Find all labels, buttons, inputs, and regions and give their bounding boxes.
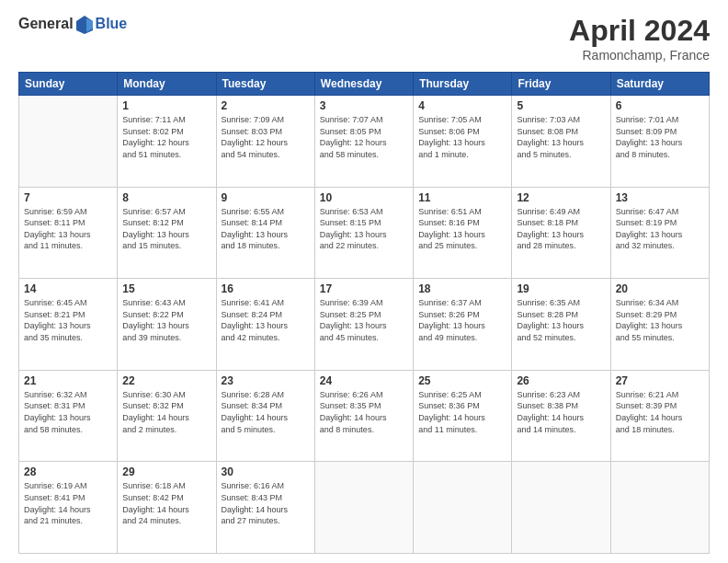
calendar-cell: 14Sunrise: 6:45 AM Sunset: 8:21 PM Dayli… xyxy=(19,279,118,371)
day-number: 6 xyxy=(616,99,704,112)
calendar-cell: 15Sunrise: 6:43 AM Sunset: 8:22 PM Dayli… xyxy=(118,279,216,371)
day-info: Sunrise: 6:47 AM Sunset: 8:19 PM Dayligh… xyxy=(616,206,704,252)
day-info: Sunrise: 7:03 AM Sunset: 8:08 PM Dayligh… xyxy=(517,114,605,160)
day-number: 26 xyxy=(517,374,605,387)
calendar-header-monday: Monday xyxy=(118,73,216,96)
day-info: Sunrise: 6:43 AM Sunset: 8:22 PM Dayligh… xyxy=(122,297,210,343)
calendar-cell xyxy=(314,462,413,554)
day-info: Sunrise: 6:51 AM Sunset: 8:16 PM Dayligh… xyxy=(418,206,506,252)
day-number: 23 xyxy=(222,374,310,387)
day-info: Sunrise: 6:57 AM Sunset: 8:12 PM Dayligh… xyxy=(122,206,210,252)
calendar-cell: 18Sunrise: 6:37 AM Sunset: 8:26 PM Dayli… xyxy=(414,279,512,371)
day-number: 16 xyxy=(222,282,310,295)
day-info: Sunrise: 6:28 AM Sunset: 8:34 PM Dayligh… xyxy=(222,389,310,435)
day-info: Sunrise: 7:01 AM Sunset: 8:09 PM Dayligh… xyxy=(616,114,704,160)
day-number: 15 xyxy=(122,282,210,295)
calendar-cell: 6Sunrise: 7:01 AM Sunset: 8:09 PM Daylig… xyxy=(610,96,709,188)
logo-text: General Blue xyxy=(18,14,127,34)
day-number: 13 xyxy=(616,191,704,204)
day-info: Sunrise: 7:11 AM Sunset: 8:02 PM Dayligh… xyxy=(122,114,210,160)
day-number: 10 xyxy=(320,191,408,204)
day-number: 4 xyxy=(418,99,506,112)
day-info: Sunrise: 6:59 AM Sunset: 8:11 PM Dayligh… xyxy=(24,206,112,252)
day-number: 28 xyxy=(24,465,112,478)
day-number: 21 xyxy=(24,374,112,387)
calendar-cell: 30Sunrise: 6:16 AM Sunset: 8:43 PM Dayli… xyxy=(216,462,314,554)
calendar-cell: 26Sunrise: 6:23 AM Sunset: 8:38 PM Dayli… xyxy=(512,370,610,462)
day-number: 19 xyxy=(517,282,605,295)
day-info: Sunrise: 7:09 AM Sunset: 8:03 PM Dayligh… xyxy=(222,114,310,160)
day-info: Sunrise: 6:25 AM Sunset: 8:36 PM Dayligh… xyxy=(418,389,506,435)
day-number: 22 xyxy=(122,374,210,387)
calendar-header-thursday: Thursday xyxy=(414,73,512,96)
day-info: Sunrise: 7:07 AM Sunset: 8:05 PM Dayligh… xyxy=(320,114,408,160)
calendar-cell xyxy=(19,96,118,188)
day-info: Sunrise: 6:16 AM Sunset: 8:43 PM Dayligh… xyxy=(222,480,310,526)
calendar-cell: 27Sunrise: 6:21 AM Sunset: 8:39 PM Dayli… xyxy=(610,370,709,462)
calendar-header-tuesday: Tuesday xyxy=(216,73,314,96)
calendar-cell: 23Sunrise: 6:28 AM Sunset: 8:34 PM Dayli… xyxy=(216,370,314,462)
day-number: 17 xyxy=(320,282,408,295)
logo-blue: Blue xyxy=(96,16,128,32)
location: Ramonchamp, France xyxy=(569,48,710,63)
day-info: Sunrise: 6:39 AM Sunset: 8:25 PM Dayligh… xyxy=(320,297,408,343)
calendar-cell: 10Sunrise: 6:53 AM Sunset: 8:15 PM Dayli… xyxy=(314,187,413,279)
calendar-week-3: 21Sunrise: 6:32 AM Sunset: 8:31 PM Dayli… xyxy=(19,370,710,462)
day-number: 3 xyxy=(320,99,408,112)
day-number: 11 xyxy=(418,191,506,204)
day-info: Sunrise: 6:23 AM Sunset: 8:38 PM Dayligh… xyxy=(517,389,605,435)
day-number: 27 xyxy=(616,374,704,387)
calendar-cell: 25Sunrise: 6:25 AM Sunset: 8:36 PM Dayli… xyxy=(414,370,512,462)
calendar-cell: 24Sunrise: 6:26 AM Sunset: 8:35 PM Dayli… xyxy=(314,370,413,462)
day-number: 7 xyxy=(24,191,112,204)
day-number: 30 xyxy=(222,465,310,478)
calendar-cell: 5Sunrise: 7:03 AM Sunset: 8:08 PM Daylig… xyxy=(512,96,610,188)
day-info: Sunrise: 6:18 AM Sunset: 8:42 PM Dayligh… xyxy=(122,480,210,526)
header: General Blue April 2024 Ramonchamp, Fran… xyxy=(18,14,710,63)
calendar-cell: 8Sunrise: 6:57 AM Sunset: 8:12 PM Daylig… xyxy=(118,187,216,279)
day-number: 25 xyxy=(418,374,506,387)
calendar-header-saturday: Saturday xyxy=(610,73,709,96)
calendar-cell: 11Sunrise: 6:51 AM Sunset: 8:16 PM Dayli… xyxy=(414,187,512,279)
day-info: Sunrise: 7:05 AM Sunset: 8:06 PM Dayligh… xyxy=(418,114,506,160)
logo-general: General xyxy=(18,16,74,32)
calendar-cell: 12Sunrise: 6:49 AM Sunset: 8:18 PM Dayli… xyxy=(512,187,610,279)
day-info: Sunrise: 6:34 AM Sunset: 8:29 PM Dayligh… xyxy=(616,297,704,343)
calendar-week-4: 28Sunrise: 6:19 AM Sunset: 8:41 PM Dayli… xyxy=(19,462,710,554)
calendar-header-row: SundayMondayTuesdayWednesdayThursdayFrid… xyxy=(19,73,710,96)
month-year: April 2024 xyxy=(569,14,710,48)
day-info: Sunrise: 6:41 AM Sunset: 8:24 PM Dayligh… xyxy=(222,297,310,343)
calendar-cell: 13Sunrise: 6:47 AM Sunset: 8:19 PM Dayli… xyxy=(610,187,709,279)
calendar-cell xyxy=(414,462,512,554)
calendar-week-0: 1Sunrise: 7:11 AM Sunset: 8:02 PM Daylig… xyxy=(19,96,710,188)
day-info: Sunrise: 6:19 AM Sunset: 8:41 PM Dayligh… xyxy=(24,480,112,526)
calendar-cell: 21Sunrise: 6:32 AM Sunset: 8:31 PM Dayli… xyxy=(19,370,118,462)
calendar-cell: 20Sunrise: 6:34 AM Sunset: 8:29 PM Dayli… xyxy=(610,279,709,371)
calendar-cell: 19Sunrise: 6:35 AM Sunset: 8:28 PM Dayli… xyxy=(512,279,610,371)
calendar-cell xyxy=(610,462,709,554)
logo: General Blue xyxy=(18,14,127,34)
page: General Blue April 2024 Ramonchamp, Fran… xyxy=(0,0,728,563)
calendar-header-sunday: Sunday xyxy=(19,73,118,96)
day-info: Sunrise: 6:55 AM Sunset: 8:14 PM Dayligh… xyxy=(222,206,310,252)
calendar-cell: 22Sunrise: 6:30 AM Sunset: 8:32 PM Dayli… xyxy=(118,370,216,462)
day-number: 2 xyxy=(222,99,310,112)
day-number: 20 xyxy=(616,282,704,295)
calendar-table: SundayMondayTuesdayWednesdayThursdayFrid… xyxy=(18,72,710,554)
day-number: 12 xyxy=(517,191,605,204)
day-number: 5 xyxy=(517,99,605,112)
day-info: Sunrise: 6:53 AM Sunset: 8:15 PM Dayligh… xyxy=(320,206,408,252)
day-info: Sunrise: 6:32 AM Sunset: 8:31 PM Dayligh… xyxy=(24,389,112,435)
calendar-cell: 3Sunrise: 7:07 AM Sunset: 8:05 PM Daylig… xyxy=(314,96,413,188)
calendar-cell: 7Sunrise: 6:59 AM Sunset: 8:11 PM Daylig… xyxy=(19,187,118,279)
day-info: Sunrise: 6:35 AM Sunset: 8:28 PM Dayligh… xyxy=(517,297,605,343)
calendar-cell: 4Sunrise: 7:05 AM Sunset: 8:06 PM Daylig… xyxy=(414,96,512,188)
calendar-cell: 2Sunrise: 7:09 AM Sunset: 8:03 PM Daylig… xyxy=(216,96,314,188)
calendar-week-1: 7Sunrise: 6:59 AM Sunset: 8:11 PM Daylig… xyxy=(19,187,710,279)
day-number: 24 xyxy=(320,374,408,387)
logo-icon xyxy=(74,14,95,34)
day-number: 18 xyxy=(418,282,506,295)
calendar-cell: 29Sunrise: 6:18 AM Sunset: 8:42 PM Dayli… xyxy=(118,462,216,554)
day-info: Sunrise: 6:26 AM Sunset: 8:35 PM Dayligh… xyxy=(320,389,408,435)
day-info: Sunrise: 6:37 AM Sunset: 8:26 PM Dayligh… xyxy=(418,297,506,343)
